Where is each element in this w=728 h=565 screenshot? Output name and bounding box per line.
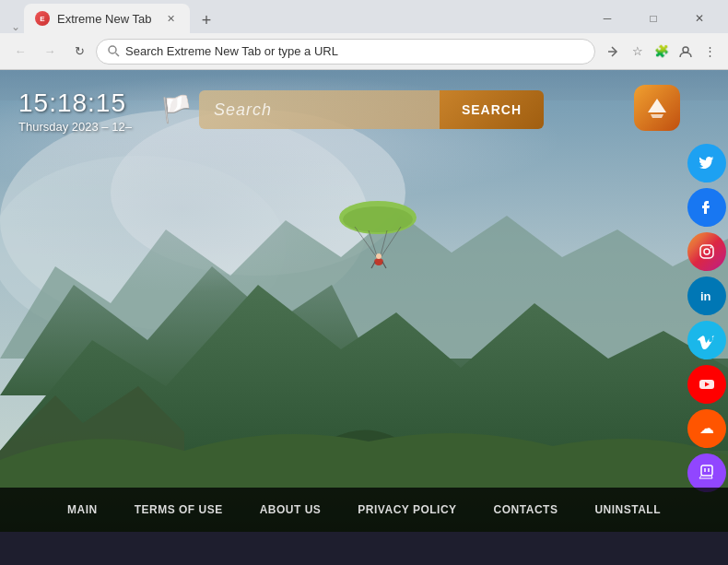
youtube-button[interactable]	[687, 365, 726, 404]
svg-point-14	[376, 253, 382, 259]
back-button[interactable]: ←	[7, 39, 33, 65]
svg-text:☁: ☁	[699, 420, 714, 436]
search-button[interactable]: SEARCH	[440, 90, 544, 129]
svg-text:🏳️: 🏳️	[160, 94, 193, 124]
footer-link-uninstall[interactable]: UNINSTALL	[576, 503, 679, 516]
background-scene	[0, 70, 728, 532]
svg-point-8	[343, 206, 413, 232]
linkedin-button[interactable]: in	[687, 277, 726, 315]
tab-bar: ⌄ E Extreme New Tab ✕ + ─ □ ✕	[0, 0, 728, 33]
search-area: 🏳️ Search SEARCH	[157, 88, 544, 131]
footer-link-contacts[interactable]: CONTACTS	[476, 503, 577, 516]
footer-link-main[interactable]: MAIN	[49, 503, 116, 516]
menu-icon[interactable]: ⋮	[699, 41, 721, 63]
svg-line-1	[116, 53, 120, 57]
tab-close-button[interactable]: ✕	[162, 10, 179, 27]
active-tab[interactable]: E Extreme New Tab ✕	[24, 4, 190, 33]
search-placeholder: Search	[214, 100, 272, 120]
maximize-button[interactable]: □	[632, 4, 675, 33]
instagram-button[interactable]	[687, 232, 726, 271]
search-icon	[108, 45, 120, 57]
extensions-icon[interactable]: 🧩	[651, 41, 673, 63]
close-button[interactable]: ✕	[678, 4, 721, 33]
browser-profile-icon[interactable]	[675, 41, 697, 63]
clock-area: 15:18:15 Thursday 2023 – 12–	[18, 88, 132, 134]
twitter-button[interactable]	[687, 144, 726, 182]
forward-button[interactable]: →	[37, 39, 63, 65]
paraglider-illustration	[336, 199, 419, 291]
twitch-button[interactable]	[687, 453, 726, 492]
tab-scroll-buttons[interactable]: ⌄	[7, 20, 24, 33]
facebook-button[interactable]	[687, 188, 726, 227]
app-icon-button[interactable]	[634, 85, 680, 131]
share-icon[interactable]	[603, 41, 625, 63]
page-content: 15:18:15 Thursday 2023 – 12– 🏳️ Search S…	[0, 70, 728, 532]
svg-point-20	[704, 249, 710, 254]
refresh-button[interactable]: ↻	[66, 39, 92, 65]
svg-line-15	[371, 262, 375, 268]
clock-time: 15:18:15	[18, 88, 132, 118]
svg-line-16	[382, 262, 386, 268]
new-tab-button[interactable]: +	[194, 7, 219, 33]
search-button-label: SEARCH	[462, 102, 522, 117]
footer-link-about[interactable]: ABOUT US	[241, 503, 340, 516]
address-text: Search Extreme New Tab or type a URL	[125, 44, 583, 58]
svg-point-2	[683, 47, 688, 53]
browser-chrome: ⌄ E Extreme New Tab ✕ + ─ □ ✕ ← → ↻ Sear…	[0, 0, 728, 70]
app-icon-svg	[643, 94, 671, 122]
footer-link-terms[interactable]: TERMS OF USE	[116, 503, 241, 516]
tab-favicon: E	[35, 11, 50, 26]
minimize-button[interactable]: ─	[586, 4, 628, 33]
address-bar-row: ← → ↻ Search Extreme New Tab or type a U…	[0, 33, 728, 70]
tab-title-text: Extreme New Tab	[57, 12, 151, 26]
search-input-box[interactable]: Search	[199, 90, 440, 129]
bookmark-icon[interactable]: ☆	[627, 41, 649, 63]
social-sidebar: in ☁	[687, 144, 728, 492]
toolbar-icons: ☆ 🧩 ⋮	[603, 41, 721, 63]
svg-point-13	[374, 258, 383, 265]
window-controls: ─ □ ✕	[586, 4, 721, 33]
svg-point-0	[109, 46, 116, 53]
address-field[interactable]: Search Extreme New Tab or type a URL	[96, 39, 595, 65]
clock-date: Thursday 2023 – 12–	[18, 120, 132, 134]
footer-link-privacy[interactable]: PRIVACY POLICY	[339, 503, 475, 516]
soundcloud-button[interactable]: ☁	[687, 409, 726, 448]
vimeo-button[interactable]	[687, 321, 726, 359]
search-logo: 🏳️	[157, 90, 195, 129]
svg-text:in: in	[700, 289, 711, 303]
svg-rect-26	[701, 465, 712, 476]
svg-point-21	[710, 247, 712, 249]
footer-nav: MAIN TERMS OF USE ABOUT US PRIVACY POLIC…	[0, 488, 728, 532]
